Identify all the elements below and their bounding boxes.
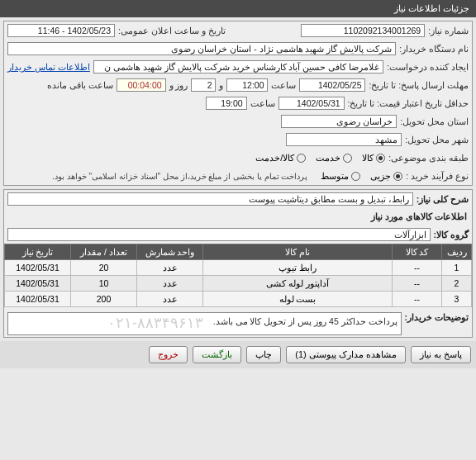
category-both-label: کالا/خدمت [255,153,294,164]
remain-time-field: 00:04:00 [117,78,166,92]
table-cell: آداپتور لوله کشی [203,276,393,292]
process-label: نوع فرآیند خرید : [406,171,469,181]
th-unit: واحد شمارش [137,244,203,260]
buyer-field: شرکت پالایش گاز شهید هاشمی نژاد - استان … [7,42,396,55]
print-button[interactable]: چاپ [246,346,281,363]
need-no-field: 1102092134001269 [301,24,425,37]
table-cell: 20 [71,260,137,276]
table-cell: -- [393,260,442,276]
table-row[interactable]: 3--بست لولهعدد2001402/05/31 [5,292,472,307]
province-label: استان محل تحویل: [400,116,469,126]
and-label: و [219,80,223,90]
th-code: کد کالا [393,244,442,260]
process-medium-label: متوسط [321,171,349,182]
th-qty: تعداد / مقدار [71,244,137,260]
group-field: ابزارآلات [7,228,431,241]
table-cell: عدد [137,292,203,307]
announce-label: تاریخ و ساعت اعلان عمومی: [118,26,226,36]
table-row[interactable]: 1--رابط تیوپعدد201402/05/31 [5,260,472,276]
th-index: ردیف [442,244,472,260]
table-cell: 1402/05/31 [5,260,71,276]
requester-label: ایجاد کننده درخواست: [387,62,469,72]
deadline-time-field: 12:00 [226,78,268,92]
process-minor-label: جزیی [370,171,391,182]
category-service-label: خدمت [316,153,340,164]
days-field: 2 [191,78,216,92]
desc-title-label: شرح کلی نیاز: [416,194,469,204]
back-button[interactable]: بازگشت [193,346,241,363]
th-date: تاریخ نیاز [5,244,71,260]
attachments-button[interactable]: مشاهده مدارک پیوستی (1) [286,346,406,363]
buttons-bar: پاسخ به نیاز مشاهده مدارک پیوستی (1) چاپ… [0,341,476,368]
group-label: گروه کالا: [434,230,469,239]
process-note: پرداخت تمام یا بخشی از مبلغ خرید،از محل … [52,172,307,181]
contact-link[interactable]: اطلاعات تماس خریدار [7,62,90,72]
process-radio-group: جزیی متوسط [321,171,402,182]
announce-field: 1402/05/23 - 11:46 [7,24,115,37]
table-cell: 2 [442,276,472,292]
city-label: شهر محل تحویل: [405,135,469,145]
th-name: نام کالا [203,244,393,260]
buyer-notes-label: توضیحات خریدار: [405,312,469,322]
table-header-row: ردیف کد کالا نام کالا واحد شمارش تعداد /… [5,244,472,260]
category-both-radio[interactable]: کالا/خدمت [255,153,306,164]
province-field: خراسان رضوی [281,115,397,128]
table-cell: 1402/05/31 [5,292,71,307]
table-cell: عدد [137,260,203,276]
buyer-notes-field: پرداخت حداکثر 45 روز پس از تحویل کالا می… [7,312,402,335]
deadline-label: مهلت ارسال پاسخ: تا تاریخ: [369,80,469,90]
city-field: مشهد [286,133,402,146]
price-valid-date-field: 1402/05/31 [278,97,345,110]
category-label: طبقه بندی موضوعی: [388,153,469,163]
panel-title: جزئیات اطلاعات نیاز [394,3,469,13]
table-cell: 3 [442,292,472,307]
table-cell: 1 [442,260,472,276]
table-row[interactable]: 2--آداپتور لوله کشیعدد101402/05/31 [5,276,472,292]
panel-header: جزئیات اطلاعات نیاز [0,0,476,17]
price-valid-label: حداقل تاریخ اعتبار قیمت: تا تاریخ: [348,98,469,108]
items-table: ردیف کد کالا نام کالا واحد شمارش تعداد /… [4,244,472,307]
radio-icon [343,154,352,163]
saat-label-1: ساعت [271,80,296,90]
table-cell: -- [393,292,442,307]
desc-title-field: رابط، تبدیل و بست مطابق دیتاشیت پیوست [7,192,413,206]
saat-label-2: ساعت [250,98,275,108]
category-service-radio[interactable]: خدمت [316,153,352,164]
remain-label: ساعت باقی مانده [47,80,113,90]
category-radio-group: کالا خدمت کالا/خدمت [255,153,385,164]
radio-icon [393,172,402,181]
price-valid-time-field: 19:00 [206,97,247,110]
requester-field: غلامرضا کافی حسین آباد کارشناس خرید شرکت… [93,60,383,74]
radio-icon [297,154,306,163]
table-cell: 10 [71,276,137,292]
table-cell: عدد [137,276,203,292]
category-goods-radio[interactable]: کالا [362,153,385,164]
table-cell: -- [393,276,442,292]
deadline-date-field: 1402/05/25 [299,78,365,92]
table-cell: رابط تیوپ [203,260,393,276]
info-panel: شماره نیاز: 1102092134001269 تاریخ و ساع… [3,21,473,186]
category-goods-label: کالا [362,153,374,164]
table-cell: بست لوله [203,292,393,307]
rooz-label: روز و [169,80,188,90]
desc-panel: شرح کلی نیاز: رابط، تبدیل و بست مطابق دی… [3,189,473,338]
goods-section-title: اطلاعات کالاهای مورد نیاز [4,208,472,225]
buyer-label: نام دستگاه خریدار: [399,44,469,54]
radio-icon [351,172,360,181]
table-cell: 200 [71,292,137,307]
process-medium-radio[interactable]: متوسط [321,171,360,182]
process-minor-radio[interactable]: جزیی [370,171,402,182]
table-cell: 1402/05/31 [5,276,71,292]
exit-button[interactable]: خروج [149,346,188,363]
need-no-label: شماره نیاز: [428,26,469,36]
radio-icon [376,154,385,163]
respond-button[interactable]: پاسخ به نیاز [411,346,471,363]
